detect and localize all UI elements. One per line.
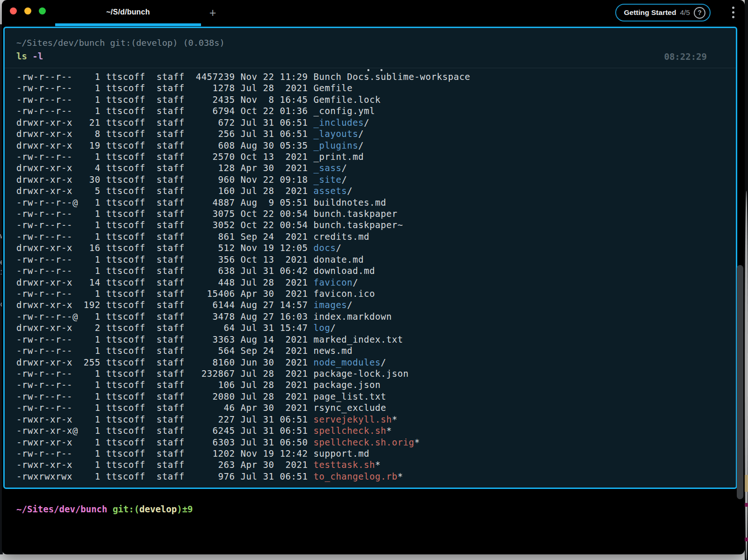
background-fragment — [745, 503, 748, 507]
file-row: -rw-r--r-- 1 ttscoff staff 106 Jul 28 20… — [16, 379, 470, 390]
getting-started-progress: 4/5 — [680, 8, 690, 17]
minimize-button[interactable] — [24, 7, 31, 14]
file-name: download.md — [313, 266, 375, 276]
file-name: buildnotes.md — [313, 197, 386, 208]
prompt-context-line: ~/Sites/dev/bunch git:(develop) (0.038s) — [16, 38, 225, 48]
file-row: -rwxr-xr-x 1 ttscoff staff 263 Apr 30 20… — [16, 459, 470, 470]
file-row: drwxr-xr-x 4 ttscoff staff 128 Apr 30 20… — [16, 162, 470, 173]
file-row: -rw-r--r-- 1 ttscoff staff 3075 Oct 22 0… — [16, 208, 470, 219]
file-row: -rw-r--r--@ 1 ttscoff staff 4887 Aug 9 0… — [16, 197, 470, 208]
file-row: -rw-r--r-- 1 ttscoff staff 4457239 Nov 2… — [16, 71, 470, 82]
executable-name: servejekyll.sh — [313, 414, 392, 424]
file-row: drwxr-xr-x 21 ttscoff staff 672 Jul 31 0… — [16, 117, 470, 128]
directory-name: docs — [313, 243, 336, 253]
file-name: Gemfile.lock — [313, 94, 381, 105]
overflow-menu-icon[interactable] — [732, 7, 734, 18]
file-listing: -rw-r--r-- 1 ttscoff staff 4457239 Nov 2… — [16, 71, 470, 482]
command-argument: -l — [27, 51, 43, 61]
prompt-path: ~/Sites/dev/bunch — [16, 504, 107, 514]
file-name: favicon.ico — [313, 288, 375, 299]
file-name: page_list.txt — [313, 391, 386, 402]
file-row: -rw-r--r--@ 1 ttscoff staff 3478 Aug 27 … — [16, 311, 470, 322]
directory-name: log — [313, 323, 330, 333]
terminal-window: ~/S/d/bunch + Getting Started 4/5 ? ~/Si… — [2, 0, 745, 554]
new-tab-button[interactable]: + — [206, 6, 220, 20]
getting-started-label: Getting Started — [624, 8, 676, 17]
directory-name: _plugins — [313, 140, 358, 151]
file-row: -rw-r--r-- 1 ttscoff staff 232867 Jul 28… — [16, 368, 470, 379]
file-name: credits.md — [313, 231, 369, 242]
file-row: -rw-r--r-- 1 ttscoff staff 1278 Jul 28 2… — [16, 82, 470, 93]
file-row: -rw-r--r-- 1 ttscoff staff 2080 Jul 28 2… — [16, 391, 470, 402]
file-name: package.json — [313, 380, 381, 390]
file-name: bunch.taskpaper~ — [313, 220, 403, 230]
file-row: -rw-r--r-- 1 ttscoff staff 356 Oct 13 20… — [16, 254, 470, 265]
file-row: -rw-r--r-- 1 ttscoff staff 564 Sep 24 20… — [16, 345, 470, 356]
executable-name: to_changelog.rb — [313, 471, 397, 481]
file-name: package-lock.json — [313, 368, 409, 379]
executable-name: spellcheck.sh — [313, 425, 386, 436]
file-row: -rw-r--r-- 1 ttscoff staff 3363 Aug 14 2… — [16, 334, 470, 345]
file-name: Bunch Docs.sublime-workspace — [313, 72, 470, 82]
directory-name: _sass — [313, 163, 341, 173]
executable-name: testtask.sh — [313, 459, 375, 470]
file-row: -rw-r--r-- 1 ttscoff staff 638 Jul 31 06… — [16, 265, 470, 276]
file-row: -rw-r--r-- 1 ttscoff staff 6794 Oct 22 0… — [16, 105, 470, 116]
file-row: drwxr-xr-x 30 ttscoff staff 960 Nov 22 0… — [16, 174, 470, 185]
getting-started-pill[interactable]: Getting Started 4/5 ? — [615, 4, 711, 22]
file-name: donate.md — [313, 254, 364, 265]
help-icon[interactable]: ? — [694, 7, 705, 19]
block-separator — [5, 68, 736, 68]
file-name: index.markdown — [313, 311, 392, 322]
file-row: -rw-r--r-- 1 ttscoff staff 1202 Nov 19 1… — [16, 448, 470, 459]
directory-name: _includes — [313, 117, 364, 128]
file-row: drwxr-xr-x 2 ttscoff staff 64 Jul 31 15:… — [16, 322, 470, 333]
directory-name: node_modules — [313, 357, 381, 367]
background-fragment — [745, 538, 748, 541]
file-name: bunch.taskpaper — [313, 208, 397, 219]
tab-active[interactable]: ~/S/d/bunch — [54, 0, 202, 26]
file-row: -rw-r--r-- 1 ttscoff staff 861 Sep 24 20… — [16, 231, 470, 242]
file-row: drwxr-xr-x 19 ttscoff staff 608 Aug 30 0… — [16, 140, 470, 151]
file-row: -rwxr-xr-x 1 ttscoff staff 227 Jul 31 06… — [16, 414, 470, 425]
scrollbar-thumb[interactable] — [737, 265, 743, 499]
file-row: drwxr-xr-x 8 ttscoff staff 256 Jul 31 06… — [16, 128, 470, 139]
file-row: -rwxr-xr-x@ 1 ttscoff staff 6245 Jul 31 … — [16, 425, 470, 436]
shell-prompt[interactable]: ~/Sites/dev/bunch git:(develop)±9 — [16, 504, 193, 514]
file-row: drwxr-xr-x 16 ttscoff staff 512 Nov 19 1… — [16, 242, 470, 253]
titlebar[interactable]: ~/S/d/bunch + Getting Started 4/5 ? — [2, 0, 745, 26]
command-name: ls — [16, 51, 27, 61]
directory-name: assets — [313, 186, 347, 196]
file-row: -rw-r--r-- 1 ttscoff staff 15406 Apr 30 … — [16, 288, 470, 299]
file-row: drwxr-xr-x 255 ttscoff staff 8160 Jun 30… — [16, 357, 470, 368]
file-row: -rwxrwxrwx 1 ttscoff staff 976 Jul 31 06… — [16, 471, 470, 482]
file-name: _config.yml — [313, 106, 375, 116]
file-name: news.md — [313, 345, 352, 356]
background-fragment — [745, 475, 748, 492]
zoom-button[interactable] — [39, 7, 46, 14]
file-row: -rw-r--r-- 1 ttscoff staff 46 Apr 30 202… — [16, 402, 470, 413]
executable-name: spellcheck.sh.orig — [313, 437, 414, 447]
file-row: drwxr-xr-x 192 ttscoff staff 6144 Aug 27… — [16, 299, 470, 310]
file-row: drwxr-xr-x 14 ttscoff staff 448 Jul 28 2… — [16, 277, 470, 288]
file-name: Gemfile — [313, 83, 352, 93]
command-line: ls -l — [16, 51, 43, 61]
file-name: marked_index.txt — [313, 334, 403, 345]
file-row: -rw-r--r-- 1 ttscoff staff 2435 Nov 8 16… — [16, 94, 470, 105]
file-row: -rw-r--r-- 1 ttscoff staff 2570 Oct 13 2… — [16, 151, 470, 162]
file-row: -rw-r--r-- 1 ttscoff staff 3052 Oct 22 0… — [16, 219, 470, 230]
file-row: drwxr-xr-x 5 ttscoff staff 160 Jul 28 20… — [16, 185, 470, 196]
directory-name: _layouts — [313, 129, 358, 139]
tab-title: ~/S/d/bunch — [106, 8, 150, 16]
prompt-git-open: git:( — [107, 504, 139, 514]
file-row: -rwxr-xr-x 1 ttscoff staff 6303 Jul 31 0… — [16, 437, 470, 448]
directory-name: images — [313, 300, 347, 310]
command-block[interactable]: ~/Sites/dev/bunch git:(develop) (0.038s)… — [3, 27, 737, 489]
prompt-git-status: )±9 — [177, 504, 193, 514]
file-name: _print.md — [313, 151, 364, 162]
directory-name: _site — [313, 174, 341, 185]
file-name: rsync_exclude — [313, 402, 386, 413]
command-timestamp: 08:22:29 — [664, 51, 707, 62]
close-button[interactable] — [10, 7, 17, 14]
prompt-git-branch: develop — [139, 504, 177, 514]
